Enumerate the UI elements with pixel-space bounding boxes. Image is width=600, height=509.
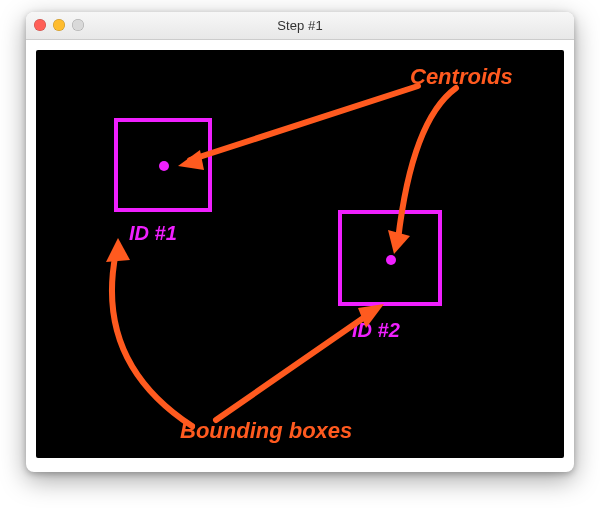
svg-marker-3 (106, 238, 130, 262)
close-button[interactable] (34, 19, 46, 31)
titlebar: Step #1 (26, 12, 574, 40)
id-label-1: ID #1 (129, 222, 177, 245)
centroid-1 (159, 161, 169, 171)
diagram-stage: Step #1 ID #1 ID #2 Centroids Bounding b… (0, 0, 600, 509)
minimize-button[interactable] (53, 19, 65, 31)
image-canvas: ID #1 ID #2 Centroids Bounding boxes (36, 50, 564, 458)
traffic-lights (34, 19, 84, 31)
annotation-arrows (36, 50, 564, 458)
centroid-2 (386, 255, 396, 265)
app-window: Step #1 ID #1 ID #2 Centroids Bounding b… (26, 12, 574, 472)
annotation-bboxes: Bounding boxes (180, 418, 352, 444)
id-label-2: ID #2 (352, 319, 400, 342)
window-title: Step #1 (277, 18, 323, 33)
annotation-centroids: Centroids (410, 64, 513, 90)
maximize-button[interactable] (72, 19, 84, 31)
